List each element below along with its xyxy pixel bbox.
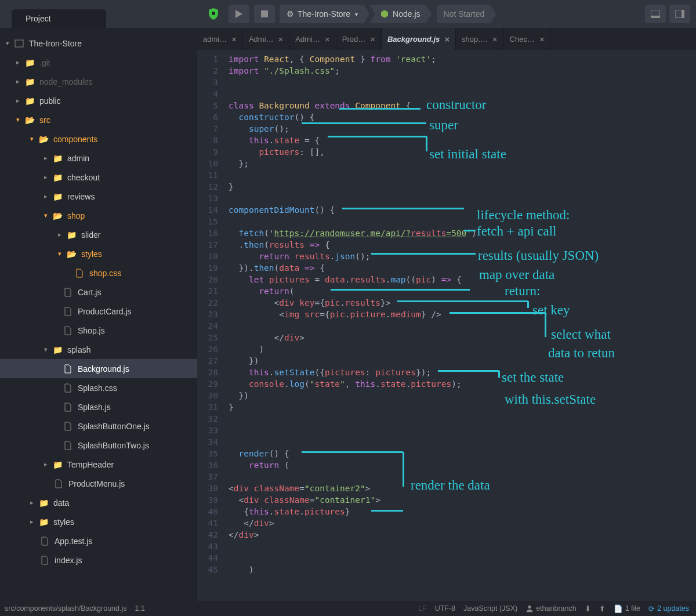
- line-gutter: 1234567891011121314151617181920212223242…: [197, 50, 226, 601]
- close-icon[interactable]: ×: [492, 34, 498, 44]
- tab-3[interactable]: Prod…×: [336, 28, 382, 50]
- status-files[interactable]: 📄 1 file: [614, 604, 640, 613]
- status-path: src/components/splash/Background.js: [0, 604, 127, 613]
- tree-data[interactable]: ▸📁data: [0, 493, 197, 512]
- ann-initial-state: set initial state: [429, 147, 506, 162]
- callout-line: [302, 122, 426, 124]
- down-arrow-icon[interactable]: ⬇: [585, 604, 591, 613]
- tree-productcard[interactable]: ProductCard.js: [0, 302, 197, 321]
- status-user[interactable]: ethanbranch: [525, 604, 577, 613]
- tree-admin[interactable]: ▸📁admin: [0, 148, 197, 168]
- tree-public[interactable]: ▸📁public: [0, 91, 197, 110]
- ann-render: render the data: [411, 478, 490, 493]
- editor: admi…× Admi…× Admi…× Prod…× Background.j…: [197, 28, 696, 601]
- close-icon[interactable]: ×: [539, 34, 545, 44]
- tree-tempheader[interactable]: ▸📁TempHeader: [0, 455, 197, 474]
- tree-components[interactable]: ▾📂components: [0, 129, 197, 148]
- svg-rect-4: [682, 10, 684, 18]
- ann-map: map over data: [479, 267, 554, 282]
- tree-sb1[interactable]: SplashButtonOne.js: [0, 416, 197, 436]
- tree-splash-js[interactable]: Splash.js: [0, 397, 197, 416]
- code-area[interactable]: 1234567891011121314151617181920212223242…: [197, 50, 696, 601]
- ann-constructor: constructor: [426, 97, 486, 113]
- run-config-crumb[interactable]: ⚙ The-Iron-Store ▾: [280, 5, 369, 23]
- ann-select1: select what: [551, 327, 611, 342]
- svg-rect-2: [651, 16, 660, 18]
- tab-1[interactable]: Admi…×: [243, 28, 289, 50]
- tree-splash-css[interactable]: Splash.css: [0, 378, 197, 397]
- panel-btn-1[interactable]: [645, 5, 666, 23]
- project-tab-well: Project: [0, 0, 197, 28]
- wheel-icon: ⚙: [287, 9, 294, 19]
- node-icon: [380, 9, 389, 19]
- ann-results: results (usually JSON): [478, 248, 599, 263]
- tree-node-modules[interactable]: ▸📁node_modules: [0, 72, 197, 91]
- callout-line: [339, 108, 420, 110]
- file-tree[interactable]: ▾The-Iron-Store ▸📁.git ▸📁node_modules ▸📁…: [0, 28, 197, 601]
- status-updates[interactable]: ⟳ 2 updates: [648, 604, 689, 613]
- toolbar: Project ⚙ The-Iron-Store ▾ Node.js Not S…: [0, 0, 696, 28]
- callout-line: [342, 208, 464, 209]
- callout-line: [302, 451, 403, 453]
- ann-lifecycle1: lifecycle method:: [477, 208, 570, 223]
- close-icon[interactable]: ×: [444, 34, 449, 44]
- callout-line: [464, 230, 476, 231]
- ann-setkey: set key: [532, 303, 570, 318]
- tree-indexjs[interactable]: index.js: [0, 550, 197, 570]
- svg-rect-5: [15, 40, 23, 47]
- tree-sb2[interactable]: SplashButtonTwo.js: [0, 436, 197, 455]
- callout-line: [328, 136, 426, 137]
- callout-line: [438, 370, 499, 372]
- status-lang[interactable]: JavaScript (JSX): [463, 604, 517, 613]
- panel-btn-2[interactable]: [669, 5, 690, 23]
- ann-setstate2: with this.setState: [505, 392, 596, 407]
- callout-line: [331, 289, 470, 291]
- status-bar: src/components/splash/Background.js 1:1 …: [0, 601, 696, 616]
- tab-4-active[interactable]: Background.js×: [382, 28, 456, 50]
- tree-src[interactable]: ▾📂src: [0, 110, 197, 129]
- tree-background-js[interactable]: Background.js: [0, 359, 197, 378]
- close-icon[interactable]: ×: [278, 34, 284, 44]
- ann-super: super: [429, 118, 458, 133]
- play-button[interactable]: [229, 5, 249, 23]
- tree-checkout[interactable]: ▸📁checkout: [0, 168, 197, 187]
- callout-line: [371, 253, 476, 255]
- tree-cart[interactable]: Cart.js: [0, 282, 197, 302]
- project-tab[interactable]: Project: [12, 9, 106, 28]
- tree-splash[interactable]: ▾📁splash: [0, 340, 197, 359]
- close-icon[interactable]: ×: [231, 34, 237, 44]
- tree-shop-js[interactable]: Shop.js: [0, 321, 197, 340]
- tree-root[interactable]: ▾The-Iron-Store: [0, 34, 197, 53]
- not-started-label: Not Started: [437, 5, 496, 23]
- svg-point-0: [212, 12, 215, 15]
- tree-shop-css[interactable]: shop.css: [0, 263, 197, 282]
- tree-apptest[interactable]: App.test.js: [0, 531, 197, 550]
- tab-0[interactable]: admi…×: [197, 28, 243, 50]
- tree-styles[interactable]: ▾📂styles: [0, 244, 197, 263]
- up-arrow-icon[interactable]: ⬆: [599, 604, 606, 613]
- tree-styles2[interactable]: ▸📁styles: [0, 512, 197, 531]
- code-body[interactable]: import React, { Component } from 'react'…: [226, 50, 696, 601]
- tree-slider[interactable]: ▸📁slider: [0, 225, 197, 244]
- tab-6[interactable]: Chec…×: [504, 28, 551, 50]
- tab-5[interactable]: shop.…×: [456, 28, 504, 50]
- stop-button[interactable]: [254, 5, 275, 23]
- svg-point-6: [528, 606, 531, 608]
- tree-git[interactable]: ▸📁.git: [0, 53, 197, 72]
- tree-reviews[interactable]: ▸📁reviews: [0, 187, 197, 206]
- ann-setstate1: set the state: [502, 370, 564, 385]
- status-lf[interactable]: LF: [418, 604, 427, 613]
- status-pos: 1:1: [135, 604, 145, 613]
- tree-productmenu[interactable]: ProductMenu.js: [0, 474, 197, 493]
- close-icon[interactable]: ×: [325, 34, 330, 44]
- callout-line: [449, 312, 545, 314]
- close-icon[interactable]: ×: [370, 34, 375, 44]
- tab-2[interactable]: Admi…×: [289, 28, 336, 50]
- tree-shop[interactable]: ▾📂shop: [0, 206, 197, 225]
- status-enc[interactable]: UTF-8: [435, 604, 455, 613]
- ann-select2: data to retun: [548, 346, 615, 361]
- shield-icon[interactable]: [203, 5, 224, 23]
- node-crumb[interactable]: Node.js: [369, 5, 432, 23]
- ann-lifecycle2: fetch + api call: [477, 224, 556, 239]
- ann-return: return:: [505, 284, 540, 299]
